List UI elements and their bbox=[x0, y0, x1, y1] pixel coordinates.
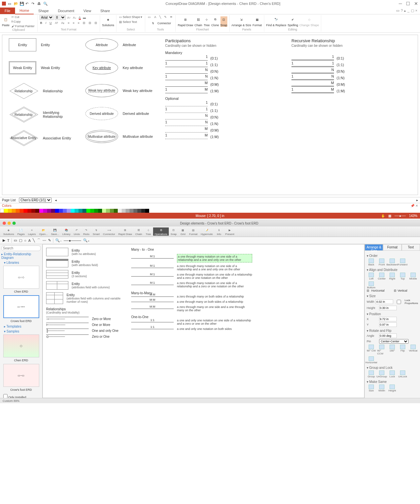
save-button[interactable]: 💾Save... bbox=[50, 227, 61, 236]
close-button[interactable]: ✕ bbox=[414, 1, 418, 6]
chen-sample-thumb[interactable]: ⬡ bbox=[3, 334, 39, 357]
document-tab[interactable]: Document bbox=[53, 8, 79, 14]
max-icon[interactable]: ▢ bbox=[411, 9, 414, 13]
align-left-button[interactable]: Left bbox=[367, 273, 376, 280]
size-select[interactable]: 8 bbox=[55, 15, 66, 20]
nav-right-icon[interactable]: ▸ bbox=[416, 198, 418, 202]
zoom-dot[interactable] bbox=[12, 222, 16, 225]
tree-button[interactable]: ⊹Tree bbox=[203, 16, 210, 27]
back-button[interactable]: Back bbox=[367, 259, 376, 266]
chen-erd-thumb[interactable]: ▭○◇ bbox=[3, 266, 39, 289]
height-input[interactable] bbox=[379, 306, 397, 310]
sub-button[interactable]: A₂ bbox=[61, 21, 65, 25]
flip-v-button[interactable]: Vertical bbox=[409, 345, 418, 355]
rapid-draw-button[interactable]: ⊞Rapid Draw bbox=[178, 16, 193, 27]
collapse-icon[interactable]: ▴ bbox=[404, 9, 406, 13]
samples-node[interactable]: ▾ Samples bbox=[1, 330, 41, 333]
group-button[interactable]: Group bbox=[367, 370, 376, 378]
libraries-node[interactable]: ▾ Libraries bbox=[1, 261, 41, 264]
font-select[interactable]: Arial bbox=[40, 15, 54, 20]
layers-button[interactable]: ≡Layers bbox=[27, 227, 37, 236]
lock-proportions-checkbox[interactable] bbox=[394, 300, 403, 304]
rotate-180-button[interactable]: 180° bbox=[388, 345, 397, 355]
maximize-button[interactable]: ☐ bbox=[406, 1, 410, 6]
align-center-button[interactable]: Center bbox=[377, 273, 386, 280]
color-swatches[interactable] bbox=[0, 209, 420, 213]
multivalue-attribute-shape[interactable]: Multivalue attribute bbox=[85, 130, 118, 143]
close-icon[interactable]: × bbox=[415, 9, 417, 13]
forward-button[interactable]: Forward bbox=[398, 259, 407, 266]
minimize-dot[interactable] bbox=[8, 222, 11, 225]
format-panel-button[interactable]: ▦Format bbox=[253, 16, 262, 27]
rect-tool-icon[interactable]: ▭ bbox=[14, 238, 17, 243]
minimize-button[interactable]: ─ bbox=[399, 1, 402, 6]
selected-annotation[interactable]: a one through many notation on one side … bbox=[177, 254, 252, 262]
redo-button[interactable]: ↷Redo bbox=[82, 227, 91, 236]
text-tab[interactable]: Text bbox=[402, 244, 420, 251]
select-shape-button[interactable]: ▭ Select Shape ▾ bbox=[118, 15, 143, 19]
front-button[interactable]: Front bbox=[377, 259, 386, 266]
snap-button[interactable]: ⊡Snap bbox=[220, 16, 227, 27]
new-icon[interactable]: ▭ bbox=[8, 2, 12, 6]
pencil-tool-icon[interactable]: ✎ bbox=[164, 15, 167, 19]
align-top-button[interactable]: Top bbox=[398, 273, 407, 280]
connector-button[interactable]: ↯ Connector bbox=[150, 20, 171, 27]
save-icon[interactable]: 💾 bbox=[20, 2, 24, 6]
zoom-slider[interactable]: ──●──── bbox=[64, 239, 81, 243]
operations-button[interactable]: ⚙Operations bbox=[153, 227, 168, 236]
entity-shape[interactable] bbox=[46, 281, 68, 290]
paste-button[interactable]: 📋 Paste bbox=[2, 16, 9, 27]
zoom-in-icon[interactable]: 🔍₊ bbox=[83, 238, 90, 243]
format-tab[interactable]: Format bbox=[383, 244, 401, 251]
format-painter-button[interactable]: 🖌Format Painter bbox=[11, 24, 35, 28]
ungroup-button[interactable]: UnGroup bbox=[377, 370, 386, 378]
find-replace-button[interactable]: 🔭Find & Replace bbox=[266, 16, 287, 27]
derived-attribute-shape[interactable]: Derived attribute bbox=[85, 107, 118, 120]
backward-button[interactable]: Backward bbox=[388, 259, 397, 266]
canvas[interactable]: EntityEntity Weak EntityWeak Entity Rela… bbox=[2, 35, 418, 195]
shrink-font-icon[interactable]: A↓ bbox=[72, 15, 77, 20]
y-input[interactable] bbox=[379, 322, 397, 327]
canvas[interactable]: Entity(with no attributes) Entity(with a… bbox=[43, 244, 364, 398]
text-tool-icon[interactable]: A bbox=[28, 239, 30, 243]
file-menu[interactable]: File bbox=[0, 8, 15, 14]
pen-tool-icon[interactable]: ✎ bbox=[48, 238, 51, 243]
associative-entity-shape[interactable]: Associative Entity bbox=[9, 131, 38, 145]
smart-button[interactable]: ↯Smart bbox=[91, 227, 101, 236]
underline-button[interactable]: U bbox=[49, 21, 53, 25]
search-input[interactable] bbox=[1, 245, 41, 251]
help-icon[interactable]: ▭ bbox=[396, 9, 399, 13]
italic-button[interactable]: I bbox=[45, 21, 47, 25]
print-icon[interactable]: 🖶 bbox=[37, 2, 41, 6]
only-installed-checkbox[interactable]: Only Installed Solutions bbox=[1, 393, 41, 398]
angle-input[interactable] bbox=[379, 333, 397, 338]
templates-node[interactable]: ▸ Templates bbox=[1, 325, 41, 328]
min-icon[interactable]: _ bbox=[407, 9, 409, 13]
change-shape-button[interactable]: ◇Change Shape bbox=[299, 16, 319, 27]
rrect-tool-icon[interactable]: ▢ bbox=[19, 238, 22, 243]
weak-key-attribute-shape[interactable]: Weak key attribute bbox=[85, 84, 118, 97]
valign-icon[interactable]: ⊟ bbox=[94, 21, 98, 25]
spline-tool-icon[interactable]: 〰 bbox=[43, 239, 46, 243]
share-tab[interactable]: Share bbox=[96, 8, 114, 14]
same-size-button[interactable]: Size bbox=[367, 385, 376, 392]
undo-icon[interactable]: ↶ bbox=[26, 2, 29, 6]
arrange-size-button[interactable]: ⇲Arrange & Size bbox=[232, 16, 252, 27]
tree-root[interactable]: ▸ Entity-Relationship Diagram bbox=[1, 252, 41, 260]
attribute-shape[interactable]: Attribute bbox=[85, 38, 118, 51]
valign-icon[interactable]: ⊟ bbox=[82, 21, 86, 25]
line-tool-icon[interactable]: ╲ bbox=[159, 15, 162, 19]
grid-button[interactable]: ▦Grid bbox=[179, 227, 187, 236]
width-input[interactable] bbox=[376, 299, 393, 304]
home-tab[interactable]: Home bbox=[15, 7, 34, 14]
view-tab[interactable]: View bbox=[79, 8, 96, 14]
font-color-icon[interactable]: A bbox=[78, 15, 81, 20]
pages-button[interactable]: 📄Pages bbox=[16, 227, 26, 236]
info-button[interactable]: ℹInfo bbox=[215, 227, 223, 236]
valign-icon[interactable]: ⊟ bbox=[88, 21, 92, 25]
line-tool-icon[interactable]: ╲ bbox=[33, 238, 35, 243]
entity-shape[interactable] bbox=[46, 270, 68, 279]
identifying-relationship-shape[interactable]: Relationship bbox=[9, 108, 38, 121]
undo-button[interactable]: ↶Undo bbox=[72, 227, 81, 236]
text-tool-icon[interactable]: A bbox=[153, 15, 157, 19]
